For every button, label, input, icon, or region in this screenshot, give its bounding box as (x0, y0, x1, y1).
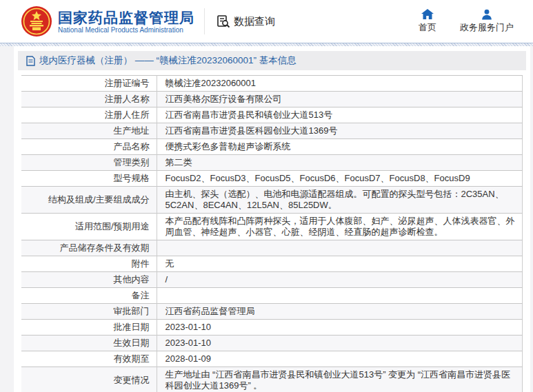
nav-label-gov-portal: 政务服务门户 (460, 21, 514, 34)
table-row: 批准日期2023-01-10 (21, 320, 523, 336)
row-label: 审批部门 (21, 304, 157, 320)
data-query-label: 数据查询 (234, 15, 275, 28)
row-value (157, 288, 523, 304)
brand[interactable]: 国家药品监督管理局 National Medical Products Admi… (21, 6, 194, 37)
row-value: 第二类 (157, 155, 523, 171)
data-query-icon (216, 14, 231, 29)
table-row: 产品名称便携式彩色多普勒超声诊断系统 (21, 139, 523, 155)
document-icon (26, 56, 35, 66)
row-value (157, 240, 523, 256)
table-row: 注册证编号赣械注准20232060001 (21, 76, 523, 92)
row-label: 生产地址 (21, 123, 157, 139)
table-row: 备注 (21, 288, 523, 304)
table-row: 生效日期2023-01-10 (21, 336, 523, 351)
row-label: 管理类别 (21, 155, 157, 171)
breadcrumb: 境内医疗器械（注册） —— “赣械注准20232060001” 基本信息 (18, 51, 526, 70)
row-label: 批准日期 (21, 320, 157, 336)
table-row: 产品储存条件及有效期 (21, 240, 523, 256)
table-row: 变更情况生产地址由 “江西省南昌市进贤县民和镇创业大道513号” 变更为 “江西… (21, 367, 523, 392)
row-label: 产品储存条件及有效期 (21, 240, 157, 256)
row-label: 注册人名称 (21, 92, 157, 107)
table-row: 审批部门江西省药品监督管理局 (21, 304, 523, 320)
table-row: 结构及组成/主要组成成分由主机、探头（选配）、电池和电源适配器组成。可配置的探头… (21, 187, 523, 214)
table-row: 型号规格FocusD2、FocusD3、FocusD5、FocusD6、Focu… (21, 171, 523, 187)
info-table-body: 注册证编号赣械注准20232060001注册人名称江西美格尔医疗设备有限公司注册… (21, 76, 523, 392)
row-value: FocusD2、FocusD3、FocusD5、FocusD6、FocusD7、… (157, 171, 523, 187)
table-row: 注册人住所江西省南昌市进贤县民和镇创业大道513号 (21, 107, 523, 123)
row-label: 注册人住所 (21, 107, 157, 123)
row-value: 2023-01-10 (157, 320, 523, 336)
row-label: 型号规格 (21, 171, 157, 187)
row-value: 无 (157, 256, 523, 272)
page: 国家药品监督管理局 National Medical Products Admi… (0, 0, 533, 392)
nav-label-home: 首页 (419, 21, 436, 34)
top-nav: 首页 政务服务门户 (419, 9, 514, 34)
row-value: 由主机、探头（选配）、电池和电源适配器组成。可配置的探头型号包括：2C35AN、… (157, 187, 523, 214)
row-value: 2023-01-10 (157, 336, 523, 351)
row-value: 便携式彩色多普勒超声诊断系统 (157, 139, 523, 155)
row-label: 适用范围/预期用途 (21, 214, 157, 240)
row-label: 变更情况 (21, 367, 157, 392)
row-label: 结构及组成/主要组成成分 (21, 187, 157, 214)
row-label: 备注 (21, 288, 157, 304)
content: 境内医疗器械（注册） —— “赣械注准20232060001” 基本信息 注册证… (14, 46, 530, 392)
row-label: 注册证编号 (21, 76, 157, 92)
row-label: 有效期至 (21, 351, 157, 367)
info-table: 注册证编号赣械注准20232060001注册人名称江西美格尔医疗设备有限公司注册… (21, 75, 523, 392)
table-row: 适用范围/预期用途本产品配有线阵和凸阵两种探头，适用于人体腹部、妇产、泌尿超声、… (21, 214, 523, 240)
row-label: 其他内容 (21, 272, 157, 288)
table-row: 其他内容/ (21, 272, 523, 288)
row-label: 产品名称 (21, 139, 157, 155)
row-value: 江西省南昌市进贤县医科园创业大道1369号 (157, 123, 523, 139)
row-value: 本产品配有线阵和凸阵两种探头，适用于人体腹部、妇产、泌尿超声、人体浅表器官、外周… (157, 214, 523, 240)
user-icon (481, 9, 492, 20)
row-value: 江西省药品监督管理局 (157, 304, 523, 320)
org-name: 国家药品监督管理局 (58, 10, 194, 26)
table-row: 生产地址江西省南昌市进贤县医科园创业大道1369号 (21, 123, 523, 139)
home-icon (421, 9, 434, 20)
org-name-en: National Medical Products Administration (58, 26, 194, 34)
national-emblem-icon (21, 6, 52, 37)
header: 国家药品监督管理局 National Medical Products Admi… (0, 0, 533, 43)
row-value: 赣械注准20232060001 (157, 76, 523, 92)
breadcrumb-text: 境内医疗器械（注册） —— “赣械注准20232060001” 基本信息 (39, 54, 296, 67)
row-value: 江西美格尔医疗设备有限公司 (157, 92, 523, 107)
header-divider (204, 8, 205, 34)
table-row: 有效期至2028-01-09 (21, 351, 523, 367)
table-row: 注册人名称江西美格尔医疗设备有限公司 (21, 92, 523, 107)
row-value: 2028-01-09 (157, 351, 523, 367)
row-label: 生效日期 (21, 336, 157, 351)
data-query-button[interactable]: 数据查询 (216, 14, 275, 29)
row-label: 附件 (21, 256, 157, 272)
row-value: 江西省南昌市进贤县民和镇创业大道513号 (157, 107, 523, 123)
row-value: / (157, 272, 523, 288)
table-row: 附件无 (21, 256, 523, 272)
row-value: 生产地址由 “江西省南昌市进贤县民和镇创业大道513号” 变更为 “江西省南昌市… (157, 367, 523, 392)
table-row: 管理类别第二类 (21, 155, 523, 171)
nav-item-gov-portal[interactable]: 政务服务门户 (460, 9, 514, 34)
nav-item-home[interactable]: 首页 (419, 9, 436, 34)
